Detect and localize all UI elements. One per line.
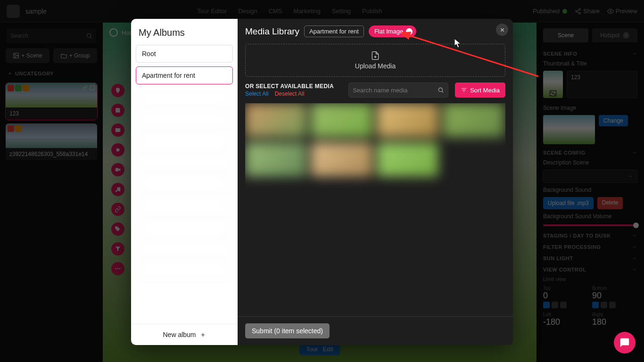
media-grid bbox=[245, 103, 505, 316]
toggle-knob-icon bbox=[406, 28, 413, 35]
album-item-apartment[interactable]: Apartment for rent bbox=[136, 66, 233, 84]
close-icon bbox=[499, 27, 505, 33]
file-plus-icon bbox=[371, 51, 380, 60]
media-search[interactable] bbox=[348, 82, 448, 98]
new-album-button[interactable]: New album bbox=[131, 324, 238, 345]
deselect-all-link[interactable]: Deselect All bbox=[275, 90, 305, 97]
submit-button[interactable]: Submit (0 item selected) bbox=[245, 323, 330, 338]
library-panel: Media Library Apartment for rent Flat Im… bbox=[238, 19, 513, 345]
plus-icon bbox=[200, 332, 206, 338]
album-item-root[interactable]: Root bbox=[136, 45, 233, 63]
library-title: Media Library bbox=[245, 26, 299, 37]
or-select-label: OR SELECT AVAILABLE MEDIA bbox=[245, 83, 342, 90]
media-search-input[interactable] bbox=[353, 87, 444, 94]
sort-media-button[interactable]: Sort Media bbox=[455, 82, 505, 98]
chat-fab[interactable] bbox=[614, 332, 636, 354]
upload-dropzone[interactable]: Upload Media bbox=[245, 44, 505, 77]
svg-point-17 bbox=[438, 88, 442, 91]
search-icon bbox=[438, 87, 444, 93]
chat-icon bbox=[619, 337, 630, 348]
sort-icon bbox=[461, 87, 467, 93]
albums-title: My Albums bbox=[131, 19, 238, 45]
album-crumb[interactable]: Apartment for rent bbox=[304, 25, 364, 37]
close-button[interactable] bbox=[496, 24, 508, 36]
media-library-modal: My Albums Root Apartment for rent New al… bbox=[131, 19, 513, 345]
albums-panel: My Albums Root Apartment for rent New al… bbox=[131, 19, 238, 345]
select-all-link[interactable]: Select All bbox=[245, 90, 268, 97]
flat-image-toggle[interactable]: Flat Image bbox=[369, 25, 416, 37]
